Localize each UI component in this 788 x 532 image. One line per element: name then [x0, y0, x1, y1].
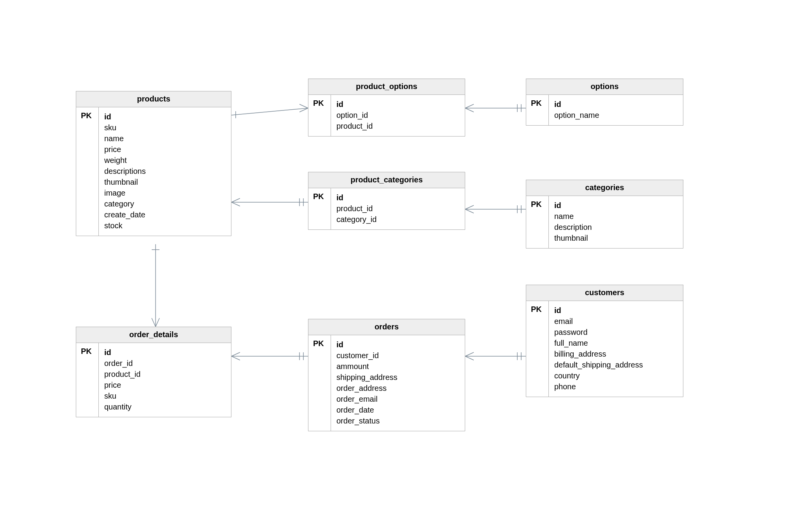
- field: customer_id: [336, 350, 458, 361]
- pk-label: PK: [526, 95, 549, 125]
- pk-field: id: [336, 192, 458, 203]
- fields: id option_id product_id: [331, 95, 465, 136]
- entity-categories: categories PK id name description thumbn…: [526, 180, 683, 248]
- entity-product-categories: product_categories PK id product_id cate…: [308, 172, 465, 230]
- entity-options: options PK id option_name: [526, 79, 683, 126]
- entity-title: product_categories: [308, 172, 465, 188]
- pk-label: PK: [526, 301, 549, 397]
- field: name: [104, 133, 224, 144]
- field: price: [104, 144, 224, 155]
- fields: id email password full_name billing_addr…: [549, 301, 683, 397]
- pk-label: PK: [308, 188, 331, 229]
- field: sku: [104, 122, 224, 133]
- entity-orders: orders PK id customer_id ammount shippin…: [308, 319, 465, 431]
- field: quantity: [104, 401, 224, 412]
- field: email: [554, 316, 676, 327]
- field: sku: [104, 390, 224, 401]
- svg-line-25: [231, 356, 240, 360]
- svg-line-15: [465, 205, 474, 209]
- field: descriptions: [104, 166, 224, 177]
- pk-label: PK: [308, 95, 331, 136]
- entity-title: categories: [526, 180, 683, 196]
- fields: id product_id category_id: [331, 188, 465, 229]
- svg-line-24: [231, 352, 240, 356]
- field: order_address: [336, 383, 458, 394]
- field: default_shipping_address: [554, 359, 676, 370]
- pk-label: PK: [76, 107, 99, 236]
- field: country: [554, 370, 676, 381]
- entity-product-options: product_options PK id option_id product_…: [308, 79, 465, 136]
- field: option_name: [554, 110, 676, 121]
- field: full_name: [554, 338, 676, 348]
- fields: id order_id product_id price sku quantit…: [99, 343, 231, 417]
- entity-products: products PK id sku name price weight des…: [76, 91, 231, 236]
- field: product_id: [336, 121, 458, 131]
- svg-line-22: [156, 318, 159, 327]
- entity-order-details: order_details PK id order_id product_id …: [76, 327, 231, 417]
- field: product_id: [336, 203, 458, 214]
- field: thumbnail: [104, 177, 224, 187]
- svg-line-3: [299, 108, 308, 112]
- field: ammount: [336, 361, 458, 372]
- svg-line-11: [231, 202, 240, 206]
- field: category_id: [336, 214, 458, 225]
- svg-line-0: [231, 108, 308, 115]
- field: order_date: [336, 404, 458, 415]
- svg-line-29: [465, 352, 474, 356]
- field: description: [554, 222, 676, 233]
- field: create_date: [104, 209, 224, 220]
- svg-line-16: [465, 209, 474, 213]
- pk-field: id: [336, 99, 458, 110]
- pk-field: id: [104, 111, 224, 122]
- field: name: [554, 211, 676, 222]
- field: billing_address: [554, 348, 676, 359]
- pk-field: id: [554, 305, 676, 316]
- pk-field: id: [336, 339, 458, 350]
- entity-title: customers: [526, 285, 683, 301]
- entity-title: product_options: [308, 79, 465, 95]
- field: order_email: [336, 394, 458, 404]
- field: weight: [104, 155, 224, 166]
- entity-title: options: [526, 79, 683, 95]
- field: stock: [104, 220, 224, 231]
- pk-label: PK: [526, 196, 549, 248]
- field: phone: [554, 381, 676, 392]
- field: price: [104, 380, 224, 390]
- field: order_id: [104, 358, 224, 369]
- field: thumbnail: [554, 233, 676, 243]
- entity-title: orders: [308, 319, 465, 335]
- pk-label: PK: [76, 343, 99, 417]
- entity-title: products: [76, 91, 231, 107]
- fields: id customer_id ammount shipping_address …: [331, 335, 465, 431]
- pk-field: id: [554, 99, 676, 110]
- entity-customers: customers PK id email password full_name…: [526, 285, 683, 397]
- pk-field: id: [554, 200, 676, 211]
- field: category: [104, 198, 224, 209]
- entity-title: order_details: [76, 327, 231, 343]
- pk-field: id: [104, 347, 224, 358]
- field: password: [554, 327, 676, 338]
- svg-line-2: [299, 104, 308, 108]
- svg-line-30: [465, 356, 474, 360]
- fields: id option_name: [549, 95, 683, 125]
- field: option_id: [336, 110, 458, 121]
- pk-label: PK: [308, 335, 331, 431]
- fields: id name description thumbnail: [549, 196, 683, 248]
- svg-line-6: [465, 108, 474, 112]
- field: order_status: [336, 415, 458, 426]
- svg-line-5: [465, 104, 474, 108]
- field: image: [104, 187, 224, 198]
- svg-line-21: [152, 318, 156, 327]
- svg-line-10: [231, 198, 240, 202]
- field: shipping_address: [336, 372, 458, 383]
- fields: id sku name price weight descriptions th…: [99, 107, 231, 236]
- field: product_id: [104, 369, 224, 380]
